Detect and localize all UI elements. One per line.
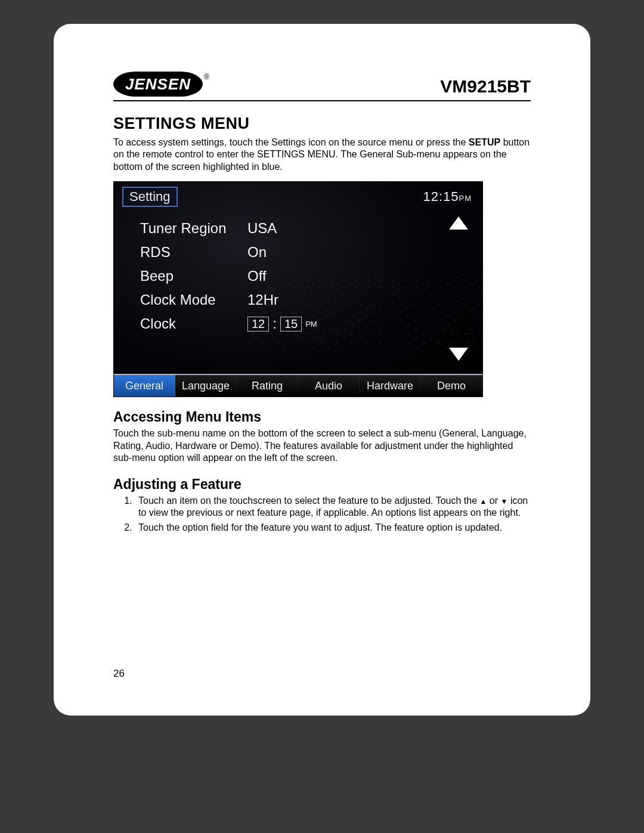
tab-general[interactable]: General [114, 375, 175, 397]
step1-b: or [487, 496, 500, 506]
setting-value[interactable]: On [247, 244, 267, 261]
settings-rows: Tuner Region USA RDS On Beep Off Clock M… [140, 216, 435, 336]
page-number: 26 [113, 668, 125, 680]
clock-ampm-label[interactable]: PM [305, 320, 317, 329]
clock-colon: : [273, 315, 277, 332]
setting-label: Clock [140, 315, 247, 332]
clock-hours-box[interactable]: 12 [247, 317, 269, 332]
setting-row-clock[interactable]: Clock 12 : 15 PM [140, 312, 435, 336]
arrow-down-icon[interactable] [449, 348, 468, 361]
subsection-heading-accessing: Accessing Menu Items [113, 409, 531, 425]
accessing-text: Touch the sub-menu name on the bottom of… [113, 428, 531, 464]
triangle-down-icon: ▼ [501, 497, 508, 506]
setting-value[interactable]: USA [247, 220, 277, 237]
triangle-up-icon: ▲ [480, 497, 487, 506]
section-heading: SETTINGS MENU [113, 114, 531, 133]
setting-row[interactable]: Beep Off [140, 264, 435, 288]
submenu-tab-bar: General Language Rating Audio Hardware D… [114, 374, 482, 397]
tab-rating[interactable]: Rating [237, 375, 298, 397]
arrow-up-icon[interactable] [449, 216, 468, 230]
setting-row[interactable]: Clock Mode 12Hr [140, 288, 435, 312]
step-1: Touch an item on the touchscreen to sele… [135, 495, 531, 519]
brand-logo-badge: JENSEN [113, 72, 203, 97]
clock-time: 12:15 [423, 189, 459, 204]
setting-row[interactable]: RDS On [140, 240, 435, 264]
intro-paragraph: To access system settings, touch the Set… [113, 137, 531, 173]
device-screenshot: Setting 12:15PM Tuner Region USA RDS On … [113, 181, 483, 397]
clock-minutes-box[interactable]: 15 [280, 317, 302, 332]
setting-label: Clock Mode [140, 292, 247, 308]
header-clock: 12:15PM [423, 189, 472, 205]
scroll-arrow-pane [444, 216, 473, 361]
setup-button-ref: SETUP [469, 137, 500, 147]
manual-page: JENSEN ® VM9215BT SETTINGS MENU To acces… [54, 24, 590, 716]
intro-text-a: To access system settings, touch the Set… [113, 137, 469, 147]
clock-ampm: PM [459, 194, 472, 203]
setting-label: Beep [140, 268, 247, 284]
tab-audio[interactable]: Audio [298, 375, 360, 397]
setting-label: RDS [140, 244, 247, 261]
tab-language[interactable]: Language [175, 375, 237, 397]
setting-row[interactable]: Tuner Region USA [140, 216, 435, 240]
clock-editor[interactable]: 12 : 15 PM [247, 315, 317, 332]
tab-hardware[interactable]: Hardware [360, 375, 421, 397]
adjusting-steps: Touch an item on the touchscreen to sele… [113, 495, 531, 534]
setting-value[interactable]: Off [247, 268, 267, 284]
step-2: Touch the option field for the feature y… [135, 522, 531, 534]
setting-label: Tuner Region [140, 220, 247, 237]
setting-value[interactable]: 12Hr [247, 292, 278, 308]
registered-mark: ® [204, 73, 209, 81]
model-number: VM9215BT [440, 76, 531, 97]
subsection-heading-adjusting: Adjusting a Feature [113, 476, 531, 493]
brand-logo: JENSEN ® [113, 72, 208, 97]
step1-a: Touch an item on the touchscreen to sele… [138, 496, 480, 506]
device-header: Setting 12:15PM [114, 182, 482, 207]
page-header: JENSEN ® VM9215BT [113, 72, 531, 101]
setting-title-button[interactable]: Setting [122, 187, 178, 207]
tab-demo[interactable]: Demo [421, 375, 482, 397]
